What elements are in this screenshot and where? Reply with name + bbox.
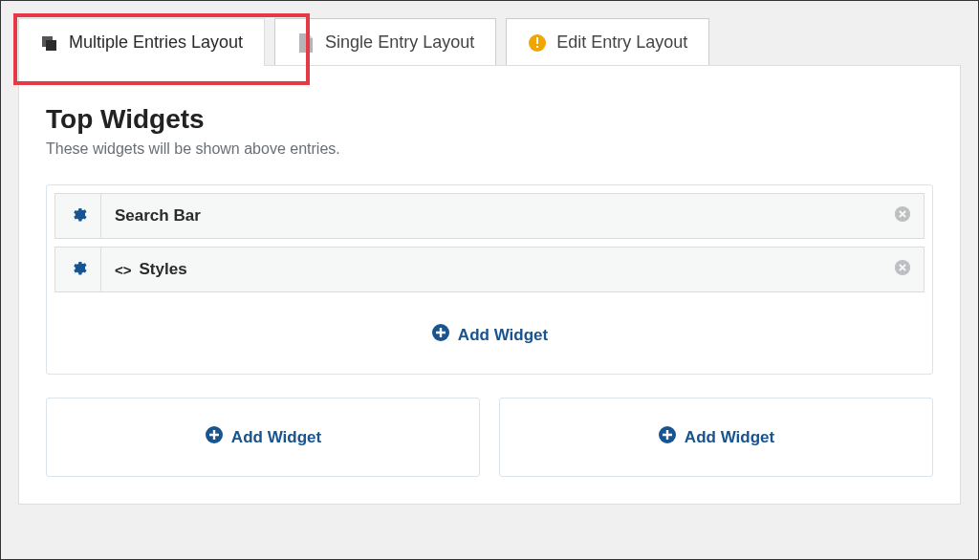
- svg-rect-3: [536, 37, 538, 44]
- tab-label: Edit Entry Layout: [556, 32, 687, 53]
- widget-settings-button[interactable]: [55, 248, 101, 291]
- tab-label: Multiple Entries Layout: [69, 32, 243, 53]
- document-icon: [296, 33, 315, 53]
- top-widgets-zone: Search Bar <> Styles: [46, 184, 933, 375]
- right-widget-zone: Add Widget: [499, 398, 933, 477]
- add-widget-button[interactable]: Add Widget: [500, 425, 932, 449]
- section-title: Top Widgets: [46, 104, 933, 135]
- section-description: These widgets will be shown above entrie…: [46, 140, 933, 158]
- widget-settings-button[interactable]: [55, 194, 101, 238]
- warning-icon: [528, 33, 547, 53]
- close-icon: [894, 205, 911, 226]
- plus-circle-icon: [658, 425, 677, 449]
- plus-circle-icon: [431, 323, 450, 347]
- layout-panel: Top Widgets These widgets will be shown …: [18, 65, 961, 505]
- add-widget-label: Add Widget: [685, 428, 774, 447]
- tab-label: Single Entry Layout: [325, 32, 474, 53]
- widget-item-styles[interactable]: <> Styles: [54, 247, 925, 292]
- tab-multiple-entries-layout[interactable]: Multiple Entries Layout: [18, 18, 265, 66]
- add-widget-button[interactable]: Add Widget: [54, 300, 925, 347]
- add-widget-label: Add Widget: [458, 326, 548, 345]
- add-widget-button[interactable]: Add Widget: [47, 425, 479, 449]
- tab-single-entry-layout[interactable]: Single Entry Layout: [274, 18, 496, 66]
- widget-label: <> Styles: [101, 260, 881, 279]
- add-widget-label: Add Widget: [231, 428, 321, 447]
- widget-label: Search Bar: [101, 206, 881, 226]
- layers-icon: [40, 33, 59, 53]
- code-icon: <>: [115, 262, 132, 278]
- widget-remove-button[interactable]: [881, 205, 924, 226]
- widget-label-text: Styles: [140, 260, 187, 279]
- svg-rect-4: [536, 46, 538, 48]
- left-widget-zone: Add Widget: [46, 398, 480, 477]
- close-icon: [894, 259, 911, 280]
- gear-icon: [70, 259, 87, 280]
- widget-remove-button[interactable]: [881, 259, 924, 280]
- widget-item-search-bar[interactable]: Search Bar: [54, 193, 925, 239]
- tab-edit-entry-layout[interactable]: Edit Entry Layout: [506, 18, 709, 66]
- svg-rect-1: [46, 40, 56, 51]
- plus-circle-icon: [205, 425, 224, 449]
- gear-icon: [70, 205, 87, 226]
